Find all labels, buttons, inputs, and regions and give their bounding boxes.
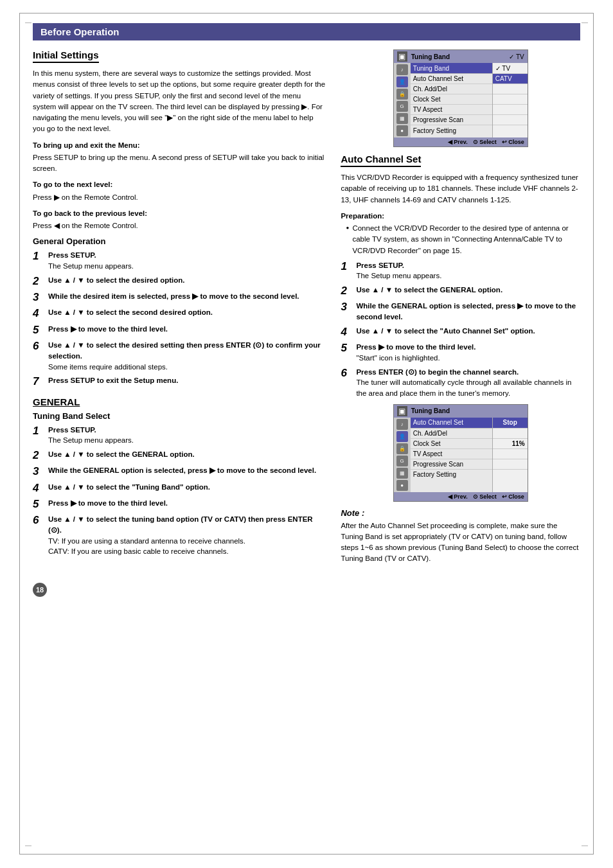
tb-step-5: 5 Press ▶ to move to the third level. — [33, 498, 325, 511]
left-column: Initial Settings In this menu system, th… — [33, 49, 325, 570]
main-content: Initial Settings In this menu system, th… — [33, 49, 580, 570]
menu-bottom-1: ◀ Prev. ⊙ Select ↩ Close — [394, 137, 528, 146]
menu-close-2: ↩ Close — [502, 493, 524, 500]
menu-prev-1: ◀ Prev. — [448, 139, 468, 145]
mi2-1: ♪ — [396, 419, 408, 430]
menu-item-clock: Clock Set — [411, 94, 492, 105]
ac-step-3: 3 While the GENERAL option is selected, … — [341, 301, 580, 322]
menu-icons-2: ♪ 👤 🔒 G ▦ ● — [394, 418, 411, 492]
menu-top-bar-2: ▣ Tuning Band — [394, 405, 528, 418]
note-text: After the Auto Channel Set proceeding is… — [341, 520, 580, 565]
menu-val-empty-2b — [493, 449, 528, 459]
auto-channel-title: Auto Channel Set — [341, 154, 421, 167]
menu-item-auto-ch: Auto Channel Set — [411, 74, 492, 84]
corner-mark-tr: — — [582, 19, 588, 26]
corner-mark-br: — — [582, 842, 588, 849]
menu-close-1: ↩ Close — [502, 139, 524, 145]
preparation-list: Connect the VCR/DVD Recorder to the desi… — [341, 223, 580, 256]
menu-item-tv-aspect: TV Aspect — [411, 105, 492, 115]
menu-icon-general: ♪ — [396, 64, 408, 75]
general-section-title: GENERAL — [33, 396, 325, 407]
menu-icon-6: ● — [396, 125, 408, 136]
menu-val-empty-2a — [493, 429, 528, 439]
next-level-text: Press ▶ on the Remote Control. — [33, 192, 325, 203]
menu-icon-5: ▦ — [396, 113, 408, 124]
mi2-4: G — [396, 456, 408, 466]
right-column: ▣ Tuning Band ✓ TV ♪ 👤 🔒 G ▦ ● — [341, 49, 580, 570]
menu-icon-active: 👤 — [396, 76, 408, 87]
auto-channel-steps: 1 Press SETUP.The Setup menu appears. 2 … — [341, 260, 580, 399]
tb-step-1: 1 Press SETUP.The Setup menu appears. — [33, 425, 325, 446]
preparation-bullet: Connect the VCR/DVD Recorder to the desi… — [346, 223, 580, 256]
go-step-3: 3 While the desired item is selected, pr… — [33, 291, 325, 304]
preparation-label: Preparation: — [341, 211, 580, 222]
menu-selected-value: ✓ TV — [509, 53, 524, 60]
menu-val-percent: 11% — [493, 439, 528, 449]
header-bar: Before Operation — [33, 23, 580, 40]
menu-val-catv: CATV — [493, 74, 528, 84]
menu-val-stop: Stop — [493, 418, 528, 429]
menu-diagram-2-wrapper: ▣ Tuning Band ♪ 👤 🔒 G ▦ ● — [341, 404, 580, 502]
m2-item-factory: Factory Setting — [411, 470, 492, 480]
menu-select-2: ⊙ Select — [473, 493, 497, 500]
mi2-2: 👤 — [396, 431, 408, 442]
menu-tuning-band-label: Tuning Band — [411, 53, 450, 60]
mi2-5: ▦ — [396, 468, 408, 479]
go-step-2: 2 Use ▲ / ▼ to select the desired option… — [33, 275, 325, 288]
page-number-wrapper: 18 — [33, 576, 580, 597]
menu-val-empty1 — [493, 84, 528, 94]
mi2-3: 🔒 — [396, 443, 408, 454]
menu-icon-4: G — [396, 101, 408, 112]
mi2-6: ● — [396, 480, 408, 491]
tuning-band-title: Tuning Band Select — [33, 411, 325, 421]
bring-up-text: Press SETUP to bring up the menu. A seco… — [33, 152, 325, 175]
menu-diagram-1-wrapper: ▣ Tuning Band ✓ TV ♪ 👤 🔒 G ▦ ● — [341, 49, 580, 147]
menu-icon-3: 🔒 — [396, 89, 408, 100]
page-border: — — — — Before Operation Initial Setting… — [19, 13, 594, 855]
ac-step-5: 5 Press ▶ to move to the third level."St… — [341, 342, 580, 363]
menu-item-prog-scan: Progressive Scan — [411, 115, 492, 125]
next-level-label: To go to the next level: — [33, 179, 325, 190]
ac-step-1: 1 Press SETUP.The Setup menu appears. — [341, 260, 580, 281]
prev-level-text: Press ◀ on the Remote Control. — [33, 220, 325, 231]
page-number: 18 — [33, 583, 47, 597]
note-label: Note — [341, 508, 580, 518]
ac-step-6: 6 Press ENTER (⊙) to begin the channel s… — [341, 367, 580, 399]
menu-values-1: ✓ TV CATV — [492, 63, 528, 137]
menu-icons-1: ♪ 👤 🔒 G ▦ ● — [394, 63, 411, 137]
tb-step-6: 6 Use ▲ / ▼ to select the tuning band op… — [33, 514, 325, 557]
m2-item-ch: Ch. Add/Del — [411, 429, 492, 439]
menu-icon-1: ▣ — [397, 51, 407, 62]
tuning-band-steps: 1 Press SETUP.The Setup menu appears. 2 … — [33, 425, 325, 558]
menu-val-empty3 — [493, 105, 528, 115]
menu-val-empty-2c — [493, 459, 528, 470]
menu-body-1: ♪ 👤 🔒 G ▦ ● Tuning Band Auto Channel Set… — [394, 63, 528, 137]
corner-mark-bl: — — [25, 842, 31, 849]
menu-prev-2: ◀ Prev. — [448, 493, 468, 500]
menu-items-1: Tuning Band Auto Channel Set Ch. Add/Del… — [411, 63, 492, 137]
go-step-1: 1 Press SETUP.The Setup menu appears. — [33, 250, 325, 271]
corner-mark-tl: — — [25, 19, 31, 26]
menu-item-factory: Factory Setting — [411, 125, 492, 136]
initial-settings-intro: In this menu system, there are several w… — [33, 68, 325, 135]
menu-body-2: ♪ 👤 🔒 G ▦ ● Auto Channel Set Ch. Add/Del… — [394, 418, 528, 492]
menu-val-empty4 — [493, 115, 528, 125]
menu-val-empty5 — [493, 125, 528, 136]
general-operation-steps: 1 Press SETUP.The Setup menu appears. 2 … — [33, 250, 325, 388]
menu-item-ch-add: Ch. Add/Del — [411, 84, 492, 94]
menu-icon-2: ▣ — [397, 406, 407, 416]
menu-items-2: Auto Channel Set Ch. Add/Del Clock Set T… — [411, 418, 492, 492]
m2-item-prog: Progressive Scan — [411, 459, 492, 470]
go-step-6: 6 Use ▲ / ▼ to select the desired settin… — [33, 340, 325, 372]
menu-val-tv: ✓ TV — [493, 63, 528, 74]
menu-values-2: Stop 11% — [492, 418, 528, 492]
go-step-4: 4 Use ▲ / ▼ to select the second desired… — [33, 307, 325, 320]
go-step-7: 7 Press SETUP to exit the Setup menu. — [33, 375, 325, 388]
prev-level-label: To go back to the previous level: — [33, 208, 325, 219]
go-step-5: 5 Press ▶ to move to the third level. — [33, 324, 325, 337]
ac-step-2: 2 Use ▲ / ▼ to select the GENERAL option… — [341, 285, 580, 297]
m2-item-tv: TV Aspect — [411, 449, 492, 459]
menu-item-tuning-band: Tuning Band — [411, 63, 492, 74]
menu-bottom-2: ◀ Prev. ⊙ Select ↩ Close — [394, 492, 528, 501]
tb-step-4: 4 Use ▲ / ▼ to select the "Tuning Band" … — [33, 482, 325, 495]
